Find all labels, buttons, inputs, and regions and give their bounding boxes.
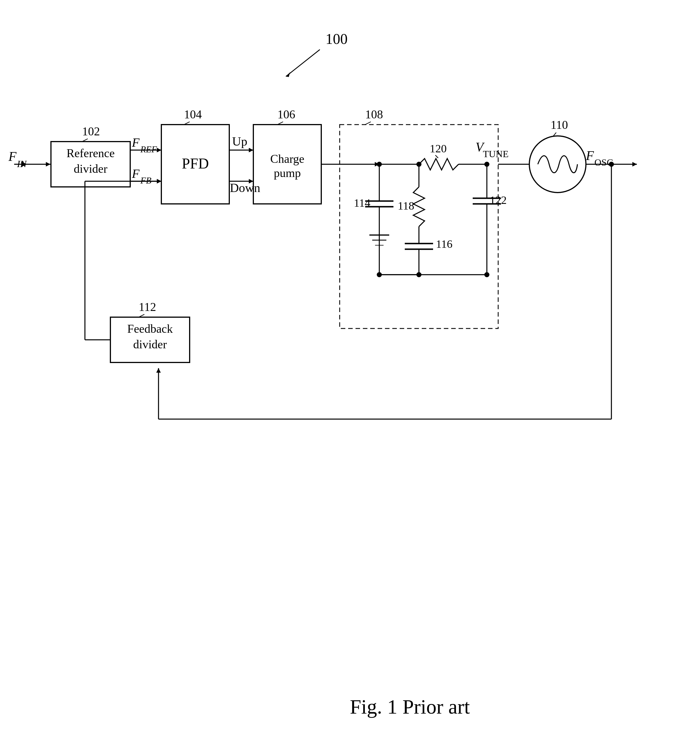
label-112: 112	[139, 300, 156, 313]
fref-label: F	[132, 136, 140, 150]
fin-label: F	[8, 149, 17, 164]
label-116: 116	[436, 238, 453, 250]
vtune-subscript: TUNE	[483, 149, 509, 159]
fref-subscript: REF	[140, 144, 157, 154]
pfd-label: PFD	[182, 156, 209, 171]
ffb-label: F	[132, 167, 140, 181]
charge-pump-label1: Charge	[270, 152, 305, 165]
label-110: 110	[551, 118, 568, 131]
label-108: 108	[365, 108, 383, 121]
label-106: 106	[278, 108, 295, 121]
down-label: Down	[230, 181, 261, 195]
charge-pump-label2: pump	[274, 167, 301, 180]
label-118: 118	[398, 199, 415, 212]
feedback-divider-label1: Feedback	[127, 322, 173, 335]
feedback-divider-label2: divider	[133, 338, 167, 351]
svg-rect-0	[0, 0, 700, 749]
diagram-container: 100 Reference divider 102 F IN PFD 104 F…	[0, 0, 700, 749]
up-label: Up	[232, 135, 247, 148]
reference-divider-label2: divider	[74, 162, 108, 175]
label-122: 122	[490, 194, 507, 206]
label-102: 102	[82, 125, 100, 138]
label-114: 114	[354, 197, 371, 209]
figure-label-100: 100	[325, 31, 348, 47]
ffb-subscript: FB	[140, 175, 151, 185]
caption: Fig. 1 Prior art	[350, 696, 470, 718]
label-120: 120	[430, 142, 447, 155]
label-104: 104	[184, 108, 202, 121]
fosc-label: F	[586, 148, 594, 163]
junction-bot-c3	[484, 272, 490, 277]
reference-divider-label1: Reference	[67, 147, 114, 160]
